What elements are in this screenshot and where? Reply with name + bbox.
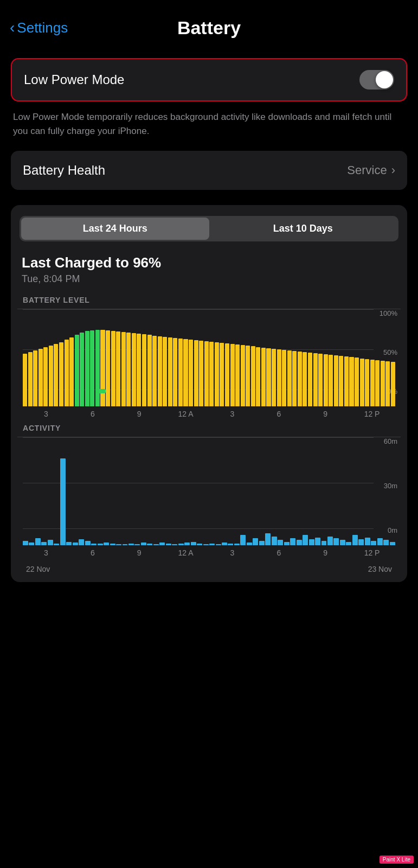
activity-bars	[23, 453, 395, 545]
battery-bar	[142, 334, 146, 406]
x-label-6am: 6	[69, 410, 116, 418]
activity-bar	[123, 544, 128, 545]
y-label-60m: 60m	[384, 437, 397, 445]
activity-bar	[35, 538, 41, 545]
battery-level-section: BATTERY LEVEL 100% 50% 0% 3 6	[11, 296, 407, 424]
battery-health-label: Battery Health	[23, 163, 105, 178]
battery-bar	[349, 357, 353, 406]
act-x-12p: 12 P	[349, 548, 395, 557]
toggle-knob	[376, 71, 393, 88]
battery-bar	[85, 331, 89, 407]
battery-bar	[334, 355, 338, 406]
activity-bar	[383, 540, 389, 545]
x-label-6pm: 6	[255, 410, 302, 418]
activity-bar	[134, 544, 140, 545]
activity-bar	[259, 541, 265, 545]
battery-x-axis: 3 6 9 12 A 3 6 9 12 P	[17, 406, 401, 424]
battery-bar	[391, 362, 395, 406]
date-label-left: 22 Nov	[26, 565, 50, 573]
back-label: Settings	[17, 20, 68, 36]
battery-level-label: BATTERY LEVEL	[17, 296, 401, 304]
activity-bar	[73, 542, 78, 545]
y-label-100: 100%	[380, 309, 397, 317]
battery-bar	[49, 346, 53, 407]
header: ‹ Settings Battery	[0, 0, 418, 49]
battery-bar	[111, 331, 115, 406]
bottom-date-labels: 22 Nov 23 Nov	[17, 563, 401, 582]
battery-bar	[308, 353, 312, 406]
battery-bar	[313, 353, 318, 406]
activity-bar	[79, 539, 84, 545]
battery-health-row[interactable]: Battery Health Service ›	[11, 151, 407, 190]
tab-last-10-days[interactable]: Last 10 Days	[209, 218, 397, 240]
battery-bar	[381, 361, 385, 406]
activity-bar	[327, 537, 333, 545]
activity-bar	[365, 538, 370, 545]
activity-bar	[60, 458, 66, 545]
low-power-mode-toggle[interactable]	[359, 70, 394, 90]
low-power-mode-row[interactable]: Low Power Mode	[11, 58, 407, 101]
battery-bar	[90, 330, 94, 406]
activity-bar	[166, 544, 171, 545]
activity-label: ACTIVITY	[17, 424, 401, 432]
battery-bar	[256, 347, 260, 407]
activity-bar	[240, 535, 246, 545]
battery-bar	[152, 336, 157, 407]
act-x-3p: 3	[209, 548, 256, 557]
back-chevron-icon: ‹	[10, 20, 15, 35]
battery-bar	[360, 359, 364, 407]
charged-info: Last Charged to 96% Tue, 8:04 PM	[11, 252, 407, 296]
activity-bar	[153, 544, 159, 545]
battery-bar	[235, 344, 240, 406]
battery-bar	[339, 356, 343, 406]
activity-bar	[284, 542, 290, 545]
x-label-3pm: 3	[209, 410, 256, 418]
activity-bar	[272, 537, 277, 545]
date-labels-row: 22 Nov 23 Nov	[26, 565, 392, 573]
battery-bar	[318, 354, 323, 406]
low-power-mode-description: Low Power Mode temporarily reduces backg…	[11, 110, 407, 138]
battery-bar	[168, 337, 172, 406]
battery-bar	[59, 342, 63, 407]
activity-bar	[333, 538, 339, 545]
activity-bar	[172, 544, 177, 545]
back-button[interactable]: ‹ Settings	[10, 20, 68, 36]
battery-bar	[370, 360, 375, 406]
activity-bar	[147, 544, 152, 545]
battery-bar	[272, 349, 276, 406]
battery-bar	[251, 346, 255, 406]
battery-bar	[183, 339, 188, 406]
battery-bar	[158, 336, 162, 406]
activity-bar	[159, 542, 165, 545]
activity-bar	[247, 542, 252, 545]
chevron-right-icon: ›	[391, 163, 395, 177]
activity-bar	[197, 544, 202, 545]
activity-bar	[116, 544, 121, 545]
activity-bar	[141, 542, 146, 545]
activity-bar	[48, 540, 53, 545]
battery-bar	[261, 348, 266, 406]
battery-bar	[199, 341, 203, 406]
charging-indicator	[96, 389, 106, 393]
battery-bar	[277, 349, 281, 406]
activity-bar	[209, 544, 215, 545]
battery-bar	[266, 348, 271, 406]
activity-bar	[297, 540, 302, 545]
battery-bar	[80, 333, 84, 407]
tab-selector[interactable]: Last 24 Hours Last 10 Days	[20, 216, 398, 241]
act-x-3: 3	[23, 548, 69, 557]
battery-bar	[209, 342, 214, 406]
battery-bar	[303, 352, 307, 406]
battery-bar	[385, 361, 390, 406]
activity-bar	[203, 544, 209, 545]
battery-bar	[178, 339, 183, 406]
activity-bar	[216, 544, 221, 545]
battery-bar	[38, 349, 43, 407]
watermark: Paint X Lite	[380, 856, 414, 864]
battery-health-right: Service ›	[347, 163, 395, 177]
tab-last-24-hours[interactable]: Last 24 Hours	[21, 218, 209, 240]
battery-bar	[324, 354, 328, 406]
battery-bar	[246, 346, 250, 406]
battery-bar	[163, 337, 167, 406]
act-x-9: 9	[116, 548, 163, 557]
